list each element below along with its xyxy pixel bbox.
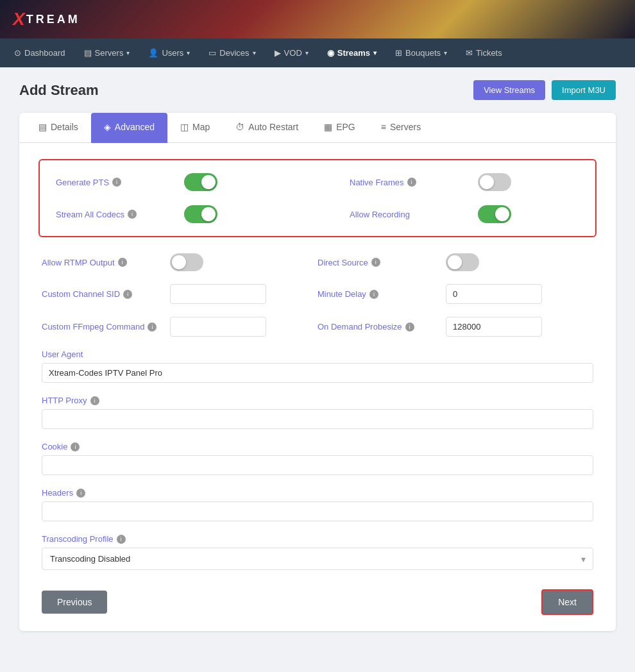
- http-proxy-row: HTTP Proxy i: [38, 396, 597, 429]
- nav-item-vod[interactable]: ▶ VOD ▾: [267, 38, 316, 67]
- native-frames-slider: [478, 173, 511, 191]
- direct-source-group: Direct Source i: [318, 253, 593, 271]
- nav-label-servers: Servers: [95, 48, 124, 58]
- tab-epg[interactable]: ▦ EPG: [311, 113, 368, 143]
- tabs: ▤ Details ◈ Advanced ◫ Map ⏱ Auto Restar…: [19, 113, 616, 143]
- transcoding-profile-info-icon[interactable]: i: [117, 535, 126, 544]
- streams-icon: ◉: [327, 48, 334, 58]
- map-tab-label: Map: [192, 122, 210, 132]
- generate-pts-label-text: Generate PTS: [56, 178, 109, 187]
- tab-advanced[interactable]: ◈ Advanced: [91, 113, 167, 143]
- tab-servers[interactable]: ≡ Servers: [368, 113, 434, 143]
- headers-input[interactable]: [42, 501, 593, 521]
- direct-source-toggle[interactable]: [446, 253, 479, 271]
- servers-tab-label: Servers: [390, 122, 421, 132]
- stream-all-codecs-slider: [184, 205, 217, 223]
- view-streams-button[interactable]: View Streams: [473, 80, 545, 100]
- transcoding-profile-label: Transcoding Profile i: [42, 534, 593, 544]
- allow-rtmp-toggle[interactable]: [170, 253, 203, 271]
- native-frames-label: Native Frames i: [350, 178, 478, 187]
- user-agent-input[interactable]: [42, 363, 593, 383]
- direct-source-label-text: Direct Source: [318, 258, 368, 267]
- on-demand-probesize-info-icon[interactable]: i: [405, 323, 414, 332]
- chevron-down-icon: ▾: [444, 49, 447, 56]
- generate-pts-slider: [184, 173, 217, 191]
- stream-all-codecs-info-icon[interactable]: i: [128, 210, 137, 219]
- form-row-ffmpeg-probesize: Custom FFmpeg Command i On Demand Probes…: [38, 317, 597, 337]
- custom-channel-sid-input[interactable]: [170, 284, 266, 304]
- transcoding-profile-select[interactable]: Transcoding Disabled: [42, 548, 593, 570]
- epg-tab-icon: ▦: [324, 122, 332, 132]
- top-header: X TREAM: [0, 0, 635, 38]
- minute-delay-input[interactable]: [446, 284, 542, 304]
- generate-pts-toggle[interactable]: [184, 173, 217, 191]
- native-frames-info-icon[interactable]: i: [407, 178, 416, 187]
- epg-tab-label: EPG: [336, 122, 355, 132]
- nav-item-devices[interactable]: ▭ Devices ▾: [201, 38, 263, 67]
- nav-item-tickets[interactable]: ✉ Tickets: [458, 38, 510, 67]
- custom-channel-sid-label-text: Custom Channel SID: [42, 289, 120, 299]
- cookie-input[interactable]: [42, 455, 593, 475]
- on-demand-probesize-input[interactable]: [446, 317, 542, 337]
- minute-delay-info-icon[interactable]: i: [369, 290, 378, 299]
- details-tab-icon: ▤: [38, 122, 47, 132]
- import-m3u-button[interactable]: Import M3U: [552, 80, 616, 100]
- nav-item-servers[interactable]: ▤ Servers ▾: [76, 38, 138, 67]
- tab-details[interactable]: ▤ Details: [26, 113, 91, 143]
- allow-recording-group: Allow Recording: [350, 205, 579, 223]
- logo: X TREAM: [13, 9, 80, 29]
- form-content: Generate PTS i Native Frames i: [19, 143, 616, 631]
- allow-recording-slider: [478, 205, 511, 223]
- previous-button[interactable]: Previous: [42, 591, 107, 614]
- allow-rtmp-label: Allow RTMP Output i: [42, 258, 170, 267]
- users-icon: 👤: [148, 48, 158, 58]
- bouquets-icon: ⊞: [395, 48, 402, 58]
- http-proxy-input[interactable]: [42, 409, 593, 429]
- native-frames-toggle[interactable]: [478, 173, 511, 191]
- allow-recording-toggle[interactable]: [478, 205, 511, 223]
- nav-label-tickets: Tickets: [476, 48, 502, 58]
- chevron-down-icon: ▾: [253, 49, 256, 56]
- footer-buttons: Previous Next: [38, 589, 597, 615]
- transcoding-profile-row: Transcoding Profile i Transcoding Disabl…: [38, 534, 597, 570]
- stream-all-codecs-toggle[interactable]: [184, 205, 217, 223]
- tab-panel: ▤ Details ◈ Advanced ◫ Map ⏱ Auto Restar…: [19, 113, 616, 631]
- nav-item-bouquets[interactable]: ⊞ Bouquets ▾: [387, 38, 455, 67]
- cookie-label-text: Cookie: [42, 442, 67, 451]
- custom-ffmpeg-label-text: Custom FFmpeg Command: [42, 322, 144, 332]
- tab-auto-restart[interactable]: ⏱ Auto Restart: [223, 113, 311, 143]
- allow-recording-label-text: Allow Recording: [350, 210, 410, 219]
- custom-channel-sid-info-icon[interactable]: i: [123, 290, 132, 299]
- next-button[interactable]: Next: [541, 589, 593, 615]
- stream-all-codecs-label-text: Stream All Codecs: [56, 210, 124, 219]
- custom-ffmpeg-group: Custom FFmpeg Command i: [42, 317, 318, 337]
- minute-delay-label: Minute Delay i: [318, 289, 446, 299]
- map-tab-icon: ◫: [180, 122, 189, 132]
- headers-info-icon[interactable]: i: [76, 489, 85, 498]
- logo-x: X: [13, 9, 25, 29]
- http-proxy-info-icon[interactable]: i: [90, 396, 99, 405]
- stream-all-codecs-group: Stream All Codecs i: [56, 205, 285, 223]
- logo-text: TREAM: [26, 13, 80, 26]
- custom-channel-sid-label: Custom Channel SID i: [42, 289, 170, 299]
- nav-item-dashboard[interactable]: ⊙ Dashboard: [6, 38, 73, 67]
- cookie-info-icon[interactable]: i: [71, 442, 80, 451]
- on-demand-probesize-label: On Demand Probesize i: [318, 322, 446, 332]
- custom-channel-sid-group: Custom Channel SID i: [42, 284, 318, 304]
- custom-ffmpeg-label: Custom FFmpeg Command i: [42, 322, 170, 332]
- vod-icon: ▶: [275, 48, 281, 58]
- nav-label-streams: Streams: [337, 48, 370, 58]
- allow-rtmp-info-icon[interactable]: i: [118, 258, 127, 267]
- tab-map[interactable]: ◫ Map: [167, 113, 223, 143]
- http-proxy-label: HTTP Proxy i: [42, 396, 593, 405]
- custom-ffmpeg-input[interactable]: [170, 317, 266, 337]
- headers-label: Headers i: [42, 488, 593, 498]
- direct-source-info-icon[interactable]: i: [371, 258, 380, 267]
- form-row-codecs-recording: Stream All Codecs i Allow Recording: [56, 205, 579, 223]
- on-demand-probesize-group: On Demand Probesize i: [318, 317, 593, 337]
- nav-item-streams[interactable]: ◉ Streams ▾: [319, 38, 384, 67]
- nav-item-users[interactable]: 👤 Users ▾: [140, 38, 198, 67]
- generate-pts-info-icon[interactable]: i: [112, 178, 121, 187]
- custom-ffmpeg-info-icon[interactable]: i: [148, 323, 157, 332]
- servers-tab-icon: ≡: [381, 122, 386, 132]
